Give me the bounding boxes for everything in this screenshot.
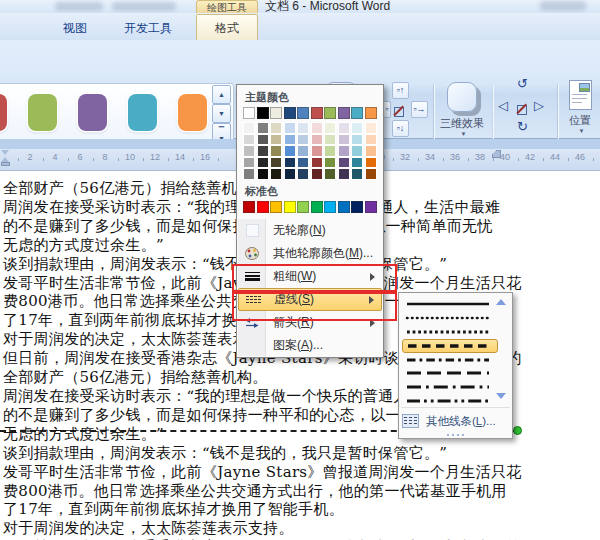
tint-color-swatch[interactable] — [284, 145, 296, 157]
tint-color-swatch[interactable] — [351, 157, 363, 169]
tint-color-swatch[interactable] — [351, 168, 363, 180]
tint-color-swatch[interactable] — [338, 168, 350, 180]
tint-color-swatch[interactable] — [297, 157, 309, 169]
theme-color-swatch[interactable] — [365, 107, 377, 119]
tint-color-swatch[interactable] — [270, 122, 282, 134]
tint-color-swatch[interactable] — [257, 122, 269, 134]
theme-color-swatch[interactable] — [311, 107, 323, 119]
tint-color-swatch[interactable] — [297, 168, 309, 180]
standard-color-swatch[interactable] — [270, 201, 282, 213]
tint-color-swatch[interactable] — [351, 145, 363, 157]
menu-item-no-outline[interactable]: 无轮廓(N) — [238, 219, 382, 242]
shape-style-swatch[interactable] — [0, 94, 7, 131]
standard-color-swatch[interactable] — [351, 201, 363, 213]
theme-color-swatch[interactable] — [338, 107, 350, 119]
tint-color-swatch[interactable] — [243, 157, 255, 169]
tint-color-swatch[interactable] — [284, 157, 296, 169]
gallery-scroll-down-icon[interactable]: ▼ — [212, 104, 231, 123]
tilt-right-icon[interactable]: ▷ — [534, 99, 544, 112]
theme-color-swatch[interactable] — [324, 107, 336, 119]
tint-color-swatch[interactable] — [365, 134, 377, 146]
shape-endpoint-handle[interactable] — [513, 426, 522, 435]
tint-color-swatch[interactable] — [324, 145, 336, 157]
threed-effects-button[interactable]: 三维效果 ▼ — [437, 82, 487, 137]
standard-color-swatch[interactable] — [297, 201, 309, 213]
tint-color-swatch[interactable] — [338, 145, 350, 157]
submenu-scroll-up-icon[interactable] — [496, 299, 506, 305]
standard-color-swatch[interactable] — [257, 201, 269, 213]
theme-color-swatch[interactable] — [284, 107, 296, 119]
shape-style-swatch[interactable] — [78, 94, 107, 131]
tab-view[interactable]: 视图 — [48, 17, 102, 39]
tint-color-swatch[interactable] — [270, 168, 282, 180]
tint-color-swatch[interactable] — [284, 134, 296, 146]
tint-color-swatch[interactable] — [257, 157, 269, 169]
tint-color-swatch[interactable] — [324, 168, 336, 180]
shape-style-swatch[interactable] — [128, 94, 157, 131]
tint-color-swatch[interactable] — [257, 145, 269, 157]
tint-color-swatch[interactable] — [351, 122, 363, 134]
tint-color-swatch[interactable] — [243, 134, 255, 146]
tint-color-swatch[interactable] — [324, 134, 336, 146]
dash-style-option-long-dash[interactable] — [402, 366, 498, 380]
tint-color-swatch[interactable] — [284, 122, 296, 134]
menu-item-dashes[interactable]: 虚线(S) — [238, 288, 382, 311]
tint-color-swatch[interactable] — [270, 145, 282, 157]
shape-style-swatch[interactable] — [28, 94, 57, 131]
standard-color-swatch[interactable] — [365, 201, 377, 213]
tint-color-swatch[interactable] — [351, 134, 363, 146]
standard-color-swatch[interactable] — [338, 201, 350, 213]
dash-style-option-dash[interactable] — [402, 339, 498, 353]
tint-color-swatch[interactable] — [311, 122, 323, 134]
shape-style-swatch[interactable] — [178, 94, 207, 131]
more-lines-item[interactable]: 其他线条(L)... — [402, 411, 509, 431]
tint-color-swatch[interactable] — [297, 145, 309, 157]
tilt-down-icon[interactable]: ↻ — [517, 120, 528, 133]
right-indent-marker[interactable] — [492, 150, 501, 158]
theme-color-swatch[interactable] — [270, 107, 282, 119]
threed-on-off-button[interactable] — [517, 101, 527, 119]
theme-color-swatch[interactable] — [243, 107, 255, 119]
tint-color-swatch[interactable] — [365, 145, 377, 157]
nudge-shadow-right-button[interactable]: ▫→ — [411, 101, 428, 118]
tint-color-swatch[interactable] — [270, 157, 282, 169]
theme-color-swatch[interactable] — [351, 107, 363, 119]
tint-color-swatch[interactable] — [297, 122, 309, 134]
dash-style-option-long-dash-dot[interactable] — [402, 380, 498, 394]
nudge-shadow-down-button[interactable]: ▫↓ — [392, 120, 409, 137]
tint-color-swatch[interactable] — [243, 122, 255, 134]
tab-developer[interactable]: 开发工具 — [106, 17, 190, 39]
tint-color-swatch[interactable] — [297, 134, 309, 146]
menu-item-weight[interactable]: 粗细(W) — [238, 265, 382, 288]
tint-color-swatch[interactable] — [270, 134, 282, 146]
dash-style-option-round-dot[interactable] — [402, 311, 498, 325]
tint-color-swatch[interactable] — [365, 122, 377, 134]
position-button[interactable]: 位置 ▼ — [562, 80, 598, 134]
standard-color-swatch[interactable] — [284, 201, 296, 213]
tab-format[interactable]: 格式 — [196, 14, 258, 40]
tint-color-swatch[interactable] — [338, 157, 350, 169]
tint-color-swatch[interactable] — [243, 145, 255, 157]
tint-color-swatch[interactable] — [257, 134, 269, 146]
tint-color-swatch[interactable] — [311, 134, 323, 146]
shadow-on-off-button[interactable] — [394, 103, 404, 121]
tint-color-swatch[interactable] — [324, 157, 336, 169]
submenu-resize-grip[interactable] — [399, 434, 512, 436]
tint-color-swatch[interactable] — [311, 157, 323, 169]
tint-color-swatch[interactable] — [243, 168, 255, 180]
tint-color-swatch[interactable] — [324, 122, 336, 134]
menu-item-arrows[interactable]: 箭头(R) — [238, 311, 382, 334]
tilt-up-icon[interactable]: ↺ — [517, 77, 528, 90]
tint-color-swatch[interactable] — [365, 168, 377, 180]
tilt-left-icon[interactable]: ◁ — [498, 99, 508, 112]
tint-color-swatch[interactable] — [338, 134, 350, 146]
tint-color-swatch[interactable] — [311, 168, 323, 180]
theme-color-swatch[interactable] — [257, 107, 269, 119]
standard-color-swatch[interactable] — [324, 201, 336, 213]
menu-item-more-outline-colors[interactable]: 其他轮廓颜色(M)... — [238, 242, 382, 265]
submenu-scroll-down-icon[interactable] — [496, 393, 506, 399]
dash-style-option-square-dot[interactable] — [402, 325, 498, 339]
theme-color-swatch[interactable] — [297, 107, 309, 119]
tint-color-swatch[interactable] — [257, 168, 269, 180]
menu-item-pattern[interactable]: 图案(A)... — [238, 334, 382, 357]
